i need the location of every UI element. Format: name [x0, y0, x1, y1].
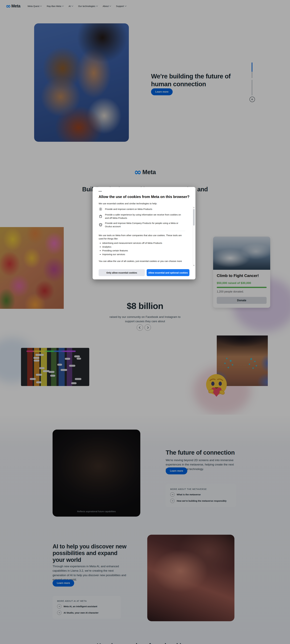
cookie-essential-row: Provide and improve content on Meta Prod… — [99, 207, 185, 211]
bag-icon — [99, 214, 103, 218]
menu-dots-icon: ••• — [99, 190, 189, 192]
dialog-scrollbar[interactable]: ▲ ▼ — [193, 206, 195, 266]
only-essential-cookies-button[interactable]: Only allow essential cookies — [99, 269, 145, 276]
scroll-down-icon[interactable]: ▼ — [193, 265, 195, 266]
cookie-consent-dialog: ••• Allow the use of cookies from Meta o… — [93, 187, 195, 280]
cookie-dialog-title: Allow the use of cookies from Meta on th… — [99, 195, 189, 199]
cookie-essential-text: Provide a safer experience by using info… — [105, 213, 185, 220]
cookie-choice-paragraph: You can allow the use of all cookies, ju… — [99, 260, 185, 262]
allow-all-cookies-button[interactable]: Allow essential and optional cookies — [147, 269, 189, 276]
cookie-tools-intro: We use tools on Meta from other companie… — [99, 234, 185, 240]
cookie-choice-text: You can allow the use of all cookies, ju… — [99, 260, 183, 262]
cookie-essential-text: Provide and improve content on Meta Prod… — [105, 208, 152, 211]
cookie-dialog-buttons: Only allow essential cookies Allow essen… — [99, 269, 189, 276]
cookie-dialog-content[interactable]: We use essential cookies and similar tec… — [99, 202, 189, 262]
cookie-tools-list: Advertising and measurement services off… — [99, 242, 185, 256]
cookie-tools-item: Improving our services — [102, 253, 185, 256]
cookie-intro: We use essential cookies and similar tec… — [99, 202, 185, 205]
scroll-up-icon[interactable]: ▲ — [193, 207, 195, 208]
cookie-tools-item: Providing certain features — [102, 249, 185, 252]
shield-icon — [99, 223, 103, 227]
divider — [99, 231, 185, 231]
cookie-essential-text: Provide and improve Meta Company Product… — [105, 222, 185, 228]
cookie-essential-row: Provide a safer experience by using info… — [99, 213, 185, 220]
scrollbar-thumb[interactable] — [193, 209, 195, 226]
cookie-tools-item: Advertising and measurement services off… — [102, 242, 185, 245]
gear-icon — [99, 207, 103, 211]
modal-overlay — [0, 0, 290, 644]
cookie-essential-row: Provide and improve Meta Company Product… — [99, 222, 185, 228]
cookie-tools-item: Analytics — [102, 245, 185, 248]
